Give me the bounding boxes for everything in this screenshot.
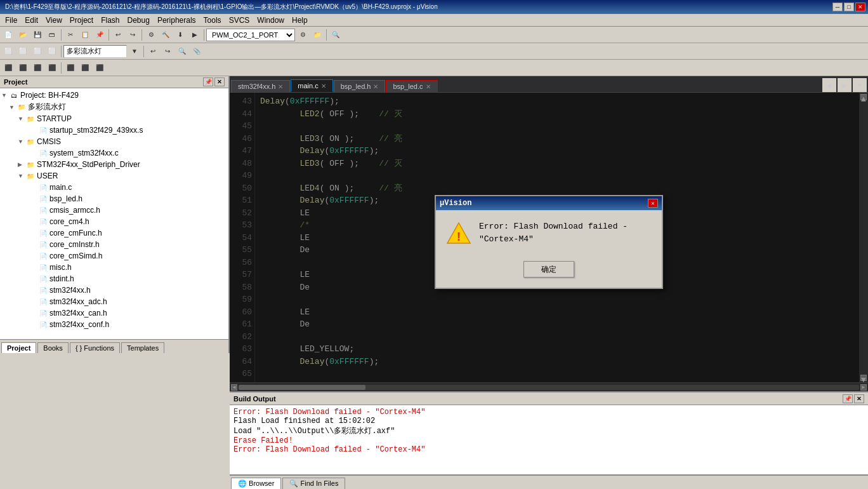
tree-file-core-cmsimd[interactable]: 📄 core_cmSimd.h (0, 250, 228, 262)
save-button[interactable]: 💾 (30, 28, 44, 42)
tab-books[interactable]: Books (37, 342, 69, 353)
tree-root[interactable]: ▼ 🗂 Project: BH-F429 (0, 90, 228, 101)
build-tab-browser[interactable]: 🌐 Browser (231, 478, 281, 489)
build-output-pin[interactable]: 📌 (843, 394, 853, 403)
tab-bsp-led-c-close[interactable]: ✕ (426, 83, 431, 90)
tree-file-core-cm4[interactable]: 📄 core_cm4.h (0, 216, 228, 227)
build-line-3: Load "..\\..\\Output\\多彩流水灯.axf" (233, 425, 864, 436)
tree-file-bsp-led-h[interactable]: 📄 bsp_led.h (0, 193, 228, 204)
tree-file-system[interactable]: 📄 system_stm32f4xx.c (0, 147, 228, 159)
tree-file-stdint[interactable]: 📄 stdint.h (0, 273, 228, 285)
tb2-btn8[interactable]: 🔍 (175, 44, 189, 58)
tree-file-core-cmfunc[interactable]: 📄 core_cmFunc.h (0, 227, 228, 239)
tab-stm32f4xx-close[interactable]: ✕ (278, 83, 283, 90)
options-button[interactable]: ⚙ (296, 28, 310, 42)
menu-help[interactable]: Help (288, 15, 312, 26)
manage-button[interactable]: 📁 (310, 28, 324, 42)
tb2-btn9[interactable]: 📎 (190, 44, 204, 58)
tb3-btn5[interactable]: ⬛ (63, 61, 77, 75)
modal-close-button[interactable]: ✕ (648, 199, 658, 208)
file-icon-stm32f4xx-can: 📄 (38, 308, 48, 318)
tab-nav-menu[interactable]: ▼ (853, 78, 867, 92)
build-button[interactable]: ⚙ (144, 28, 158, 42)
menu-file[interactable]: File (1, 15, 21, 26)
tab-bsp-led-c[interactable]: bsp_led.c ✕ (386, 80, 437, 92)
tree-file-stm32f4xx-can[interactable]: 📄 stm32f4xx_can.h (0, 307, 228, 319)
build-tab-browser-label: Browser (249, 479, 274, 487)
start-debug-button[interactable]: ▶ (188, 28, 202, 42)
tb3-btn3[interactable]: ⬛ (30, 61, 44, 75)
name-input[interactable]: 多彩流水灯 (63, 45, 127, 58)
tab-main-c-close[interactable]: ✕ (321, 83, 326, 90)
tree-node-stm32[interactable]: ▶ 📁 STM32F4xx_StdPeriph_Driver (0, 159, 228, 170)
menu-debug[interactable]: Debug (124, 15, 154, 26)
new-button[interactable]: 📄 (1, 28, 15, 42)
menu-peripherals[interactable]: Peripherals (154, 15, 200, 26)
menu-view[interactable]: View (42, 15, 66, 26)
rebuild-button[interactable]: 🔨 (159, 28, 173, 42)
menu-svcs[interactable]: SVCS (225, 15, 254, 26)
menu-project[interactable]: Project (66, 15, 97, 26)
project-pin-button[interactable]: 📌 (203, 77, 213, 86)
tb3-btn6[interactable]: ⬛ (78, 61, 92, 75)
tab-functions[interactable]: { } Functions (70, 342, 120, 353)
target-dropdown[interactable]: PWM_OC2_1_PORT (206, 29, 295, 41)
tree-file-main-c[interactable]: 📄 main.c (0, 182, 228, 193)
tree-label-system: system_stm32f4xx.c (49, 149, 119, 157)
tb2-btn4[interactable]: ⬜ (45, 44, 59, 58)
tb3-btn1[interactable]: ⬛ (1, 61, 15, 75)
tab-bsp-led-h-close[interactable]: ✕ (373, 83, 378, 90)
copy-button[interactable]: 📋 (78, 28, 92, 42)
confirm-button[interactable]: 确定 (523, 261, 574, 278)
open-button[interactable]: 📂 (16, 28, 30, 42)
tree-file-stm32f4xx-conf[interactable]: 📄 stm32f4xx_conf.h (0, 319, 228, 330)
menu-window[interactable]: Window (253, 15, 288, 26)
tab-stm32f4xx[interactable]: stm32f4xx.h ✕ (231, 80, 290, 92)
build-tab-find[interactable]: 🔍 Find In Files (282, 478, 345, 489)
tree-file-stm32f4xx-adc[interactable]: 📄 stm32f4xx_adc.h (0, 296, 228, 307)
tab-nav-left[interactable]: ◀ (822, 78, 836, 92)
tab-bsp-led-h[interactable]: bsp_led.h ✕ (334, 80, 386, 92)
tb2-btn7[interactable]: ↪ (161, 44, 174, 58)
project-close-button[interactable]: ✕ (214, 77, 225, 86)
tb3-btn2[interactable]: ⬛ (16, 61, 30, 75)
tb2-btn1[interactable]: ⬜ (1, 44, 15, 58)
tb3-btn4[interactable]: ⬛ (45, 61, 59, 75)
minimize-button[interactable]: ─ (832, 3, 843, 11)
menu-flash[interactable]: Flash (97, 15, 123, 26)
tree-file-startup-s[interactable]: 📄 startup_stm32f429_439xx.s (0, 124, 228, 136)
tab-project[interactable]: Project (1, 342, 36, 353)
undo-button[interactable]: ↩ (111, 28, 125, 42)
tree-label-core-cmsimd: core_cmSimd.h (49, 251, 102, 260)
maximize-button[interactable]: □ (844, 3, 854, 11)
menu-tools[interactable]: Tools (200, 15, 225, 26)
tree-node-cmsis[interactable]: ▼ 📁 CMSIS (0, 136, 228, 147)
build-tab-find-label: Find In Files (300, 479, 338, 487)
tb2-btn5[interactable]: ▼ (128, 44, 141, 58)
tb2-btn2[interactable]: ⬜ (16, 44, 30, 58)
build-output-close[interactable]: ✕ (854, 394, 864, 403)
tb3-btn7[interactable]: ⬛ (93, 61, 107, 75)
close-button[interactable]: ✕ (855, 3, 865, 11)
tree-file-core-cminstr[interactable]: 📄 core_cmInstr.h (0, 239, 228, 250)
tree-file-misc[interactable]: 📄 misc.h (0, 262, 228, 273)
redo-button[interactable]: ↪ (126, 28, 140, 42)
search-button[interactable]: 🔍 (329, 28, 343, 42)
tab-templates[interactable]: Templates (121, 342, 164, 353)
tree-file-stm32f4xx[interactable]: 📄 stm32f4xx.h (0, 285, 228, 296)
project-icon: 🗂 (9, 90, 19, 100)
tb2-btn6[interactable]: ↩ (146, 44, 160, 58)
save-all-button[interactable]: 🗃 (45, 28, 59, 42)
tab-main-c[interactable]: main.c ✕ (291, 79, 332, 92)
menu-edit[interactable]: Edit (21, 15, 42, 26)
paste-button[interactable]: 📌 (93, 28, 107, 42)
tree-file-cmsis-armcc[interactable]: 📄 cmsis_armcc.h (0, 204, 228, 216)
tree-node-startup[interactable]: ▼ 📁 STARTUP (0, 113, 228, 124)
download-button[interactable]: ⬇ (173, 28, 187, 42)
tb2-btn3[interactable]: ⬜ (30, 44, 44, 58)
tree-node-user[interactable]: ▼ 📁 USER (0, 170, 228, 182)
cut-button[interactable]: ✂ (63, 28, 77, 42)
tree-label-stm32f4xx-conf: stm32f4xx_conf.h (49, 320, 109, 329)
tab-nav-right[interactable]: ▶ (838, 78, 852, 92)
tree-node-main[interactable]: ▼ 📁 多彩流水灯 (0, 101, 228, 113)
